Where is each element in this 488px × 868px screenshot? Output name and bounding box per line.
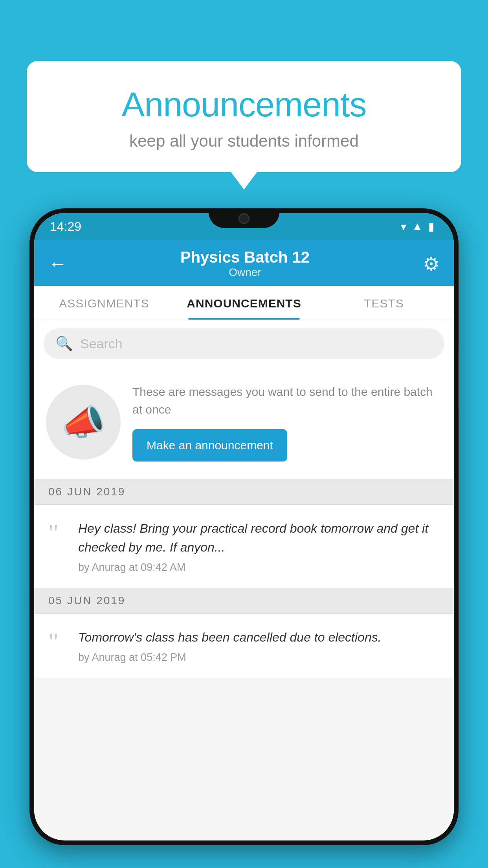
quote-icon: " [48, 520, 67, 546]
app-header: ← Physics Batch 12 Owner ⚙ [34, 240, 454, 286]
settings-icon[interactable]: ⚙ [423, 253, 440, 275]
announcement-item-1[interactable]: " Hey class! Bring your practical record… [34, 505, 454, 588]
announcement-item-2[interactable]: " Tomorrow's class has been cancelled du… [34, 614, 454, 678]
search-container: 🔍 Search [34, 320, 454, 367]
front-camera [238, 213, 250, 224]
speech-bubble-subtitle: keep all your students informed [54, 132, 434, 151]
date-separator-june6: 06 JUN 2019 [34, 479, 454, 505]
tab-assignments[interactable]: ASSIGNMENTS [34, 286, 174, 320]
announcement-meta-1: by Anurag at 09:42 AM [78, 561, 440, 574]
header-title: Physics Batch 12 [180, 248, 310, 266]
header-subtitle: Owner [180, 266, 310, 279]
phone-frame: 14:29 ▾ ▲ ▮ ← Physics Batch 12 Owner ⚙ [29, 208, 459, 845]
tab-tests[interactable]: TESTS [314, 286, 454, 320]
promo-block: 📣 These are messages you want to send to… [34, 367, 454, 479]
date-separator-june5: 05 JUN 2019 [34, 588, 454, 614]
phone-screen: 14:29 ▾ ▲ ▮ ← Physics Batch 12 Owner ⚙ [34, 213, 454, 840]
search-placeholder: Search [80, 336, 123, 351]
announcement-content-1: Hey class! Bring your practical record b… [78, 519, 440, 574]
battery-icon: ▮ [428, 220, 434, 233]
make-announcement-button[interactable]: Make an announcement [132, 429, 287, 462]
search-icon: 🔍 [55, 335, 73, 352]
status-time: 14:29 [50, 219, 81, 234]
promo-description: These are messages you want to send to t… [132, 383, 442, 418]
speech-bubble-title: Announcements [54, 85, 434, 125]
announcement-content-2: Tomorrow's class has been cancelled due … [78, 628, 440, 664]
phone-wrapper: 14:29 ▾ ▲ ▮ ← Physics Batch 12 Owner ⚙ [29, 208, 459, 868]
speech-bubble: Announcements keep all your students inf… [27, 61, 461, 172]
tab-announcements[interactable]: ANNOUNCEMENTS [174, 286, 314, 320]
announcement-meta-2: by Anurag at 05:42 PM [78, 651, 440, 664]
side-button-volume-up [29, 318, 30, 358]
phone-notch [209, 208, 279, 228]
back-button[interactable]: ← [48, 253, 67, 274]
side-button-power [458, 346, 459, 409]
announcement-text-2: Tomorrow's class has been cancelled due … [78, 628, 440, 647]
wifi-icon: ▾ [401, 220, 406, 233]
search-bar[interactable]: 🔍 Search [44, 328, 444, 359]
megaphone-icon: 📣 [61, 402, 105, 443]
side-button-volume-down [29, 370, 30, 409]
signal-icon: ▲ [412, 220, 423, 233]
status-icons: ▾ ▲ ▮ [401, 220, 434, 233]
speech-bubble-container: Announcements keep all your students inf… [27, 61, 461, 172]
quote-icon-2: " [48, 629, 67, 655]
announcement-text-1: Hey class! Bring your practical record b… [78, 519, 440, 557]
promo-right: These are messages you want to send to t… [132, 383, 442, 462]
content-area: 🔍 Search 📣 These are messages you want t… [34, 320, 454, 839]
megaphone-icon-circle: 📣 [46, 385, 121, 460]
tabs-bar: ASSIGNMENTS ANNOUNCEMENTS TESTS [34, 286, 454, 320]
header-center: Physics Batch 12 Owner [180, 248, 310, 279]
